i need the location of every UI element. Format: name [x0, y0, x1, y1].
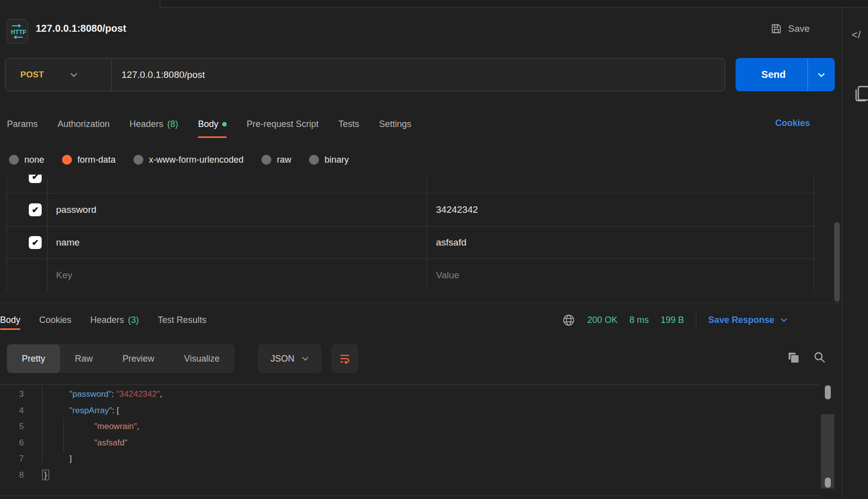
line-number: 8: [0, 467, 24, 484]
response-tab-cookies[interactable]: Cookies: [39, 315, 71, 325]
status-code: 200 OK: [587, 315, 618, 325]
code-line: 5"meowrain",: [0, 419, 819, 435]
radio-x-www-form-urlencoded[interactable]: x-www-form-urlencoded: [133, 155, 244, 165]
response-tabs: Body Cookies Headers(3) Test Results: [0, 310, 206, 330]
code-line: 7]: [0, 451, 819, 467]
view-raw[interactable]: Raw: [60, 344, 108, 373]
key-cell: [48, 175, 427, 193]
radio-binary[interactable]: binary: [309, 155, 349, 165]
checkbox-cell: [7, 259, 48, 291]
save-button[interactable]: Save: [770, 21, 809, 37]
code-tokens: "asfsafd": [94, 435, 127, 451]
key-input-placeholder[interactable]: Key: [48, 259, 427, 291]
radio-icon: [9, 155, 19, 165]
tab-body[interactable]: Body: [198, 119, 227, 129]
code-tokens: "password": "34242342",: [69, 386, 162, 403]
tab-settings[interactable]: Settings: [379, 119, 411, 129]
code-snippet-icon[interactable]: </: [852, 29, 861, 41]
url-input[interactable]: 127.0.0.1:8080/post: [111, 59, 725, 91]
view-pretty[interactable]: Pretty: [7, 344, 60, 373]
code-token: :: [112, 389, 116, 399]
tab-tests[interactable]: Tests: [338, 119, 359, 129]
view-visualize[interactable]: Visualize: [169, 344, 235, 373]
checkbox-cell: ✔: [7, 175, 48, 193]
value-cell[interactable]: 34242342: [427, 193, 814, 226]
response-tab-test-results[interactable]: Test Results: [158, 315, 206, 325]
value-cell[interactable]: asfsafd: [427, 227, 814, 258]
body-indicator-dot: [222, 122, 227, 126]
wrap-lines-button[interactable]: [331, 344, 358, 373]
response-headers-count: (3): [128, 315, 139, 325]
key-cell[interactable]: name: [48, 227, 427, 258]
chevron-down-icon: [817, 72, 825, 77]
code-tokens: }: [42, 467, 49, 484]
tab-authorization[interactable]: Authorization: [58, 119, 110, 129]
panel-divider: [0, 303, 842, 303]
send-button[interactable]: Send: [736, 58, 835, 91]
view-preview[interactable]: Preview: [108, 344, 169, 373]
code-token: ]: [69, 454, 72, 463]
copy-icon: [786, 350, 801, 365]
table-row: ✔nameasfsafd: [7, 227, 814, 259]
code-tokens: "respArray": [: [69, 403, 119, 419]
response-body-editor[interactable]: 3"password": "34242342",4"respArray": [5…: [0, 384, 819, 496]
right-sidebar-rail: </: [842, 7, 868, 499]
copy-response-button[interactable]: [786, 350, 801, 365]
code-tokens: ]: [69, 451, 72, 467]
response-view-switcher: Pretty Raw Preview Visualize: [7, 344, 235, 373]
send-options-split[interactable]: [807, 58, 835, 91]
request-panel-scrollbar[interactable]: [834, 222, 840, 302]
radio-icon: [261, 155, 271, 165]
key-cell[interactable]: password: [48, 193, 427, 226]
wrap-lines-icon: [338, 352, 351, 365]
radio-icon-selected: [62, 155, 72, 165]
response-tab-body[interactable]: Body: [0, 315, 20, 325]
radio-none[interactable]: none: [9, 155, 44, 165]
code-line: 4"respArray": [: [0, 403, 819, 419]
line-number: 4: [0, 403, 24, 419]
search-response-button[interactable]: [812, 350, 826, 364]
table-row-scrolled: ✔: [7, 175, 814, 193]
chevron-down-icon: [780, 317, 788, 322]
documentation-icon[interactable]: [855, 84, 868, 102]
code-token: :: [112, 406, 117, 415]
method-selector[interactable]: POST: [5, 70, 111, 80]
format-dropdown[interactable]: JSON: [258, 344, 321, 373]
form-data-table: ✔ ✔password34242342✔nameasfsafd Key Valu…: [6, 175, 814, 291]
search-icon: [812, 350, 826, 364]
value-cell: [427, 175, 814, 193]
cookies-link[interactable]: Cookies: [775, 118, 810, 128]
indent-guide: [42, 386, 43, 462]
row-checkbox[interactable]: ✔: [29, 203, 42, 216]
network-globe-icon[interactable]: [562, 313, 575, 327]
table-row: ✔password34242342: [7, 193, 814, 227]
http-badge-text: HTTP: [11, 29, 26, 36]
format-label: JSON: [270, 354, 294, 364]
app-window: </ HTTP 127.0.0.1:8080/post Save POST: [0, 0, 868, 499]
line-number: 6: [0, 435, 24, 451]
http-request-badge: HTTP: [6, 19, 28, 44]
tab-params[interactable]: Params: [7, 119, 38, 129]
table-row-placeholder: Key Value: [7, 259, 814, 291]
tab-pre-request-script[interactable]: Pre-request Script: [247, 119, 318, 129]
radio-icon: [309, 155, 319, 165]
editor-scrollbar-thumb[interactable]: [825, 478, 831, 488]
code-token: "password": [69, 389, 112, 399]
response-status-bar: 200 OK 8 ms 199 B Save Response: [562, 310, 788, 330]
row-checkbox[interactable]: ✔: [29, 175, 42, 183]
checkbox-cell: ✔: [7, 227, 48, 258]
workspace-tab-strip: [0, 0, 868, 7]
radio-form-data[interactable]: form-data: [62, 155, 116, 165]
response-tab-headers[interactable]: Headers(3): [90, 315, 139, 325]
radio-raw[interactable]: raw: [261, 155, 291, 165]
request-tabs: Params Authorization Headers(8) Body Pre…: [7, 114, 411, 134]
code-token: "asfsafd": [94, 438, 127, 447]
row-checkbox[interactable]: ✔: [29, 236, 42, 249]
code-token: ,: [160, 389, 162, 399]
code-line: 3"password": "34242342",: [0, 386, 819, 403]
save-response-button[interactable]: Save Response: [708, 315, 788, 325]
body-mode-options: none form-data x-www-form-urlencoded raw…: [9, 150, 349, 170]
tab-headers[interactable]: Headers(8): [129, 119, 178, 129]
value-input-placeholder[interactable]: Value: [427, 259, 814, 291]
editor-scrollbar-thumb[interactable]: [825, 385, 831, 399]
